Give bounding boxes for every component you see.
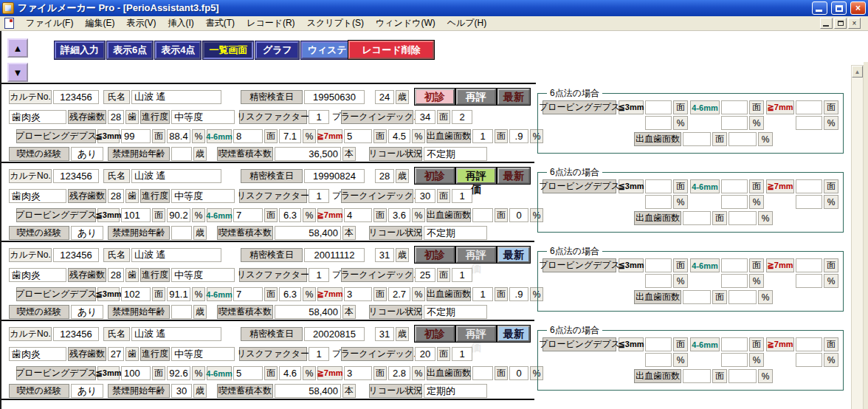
bleed-count-field[interactable]: 1 <box>472 129 493 143</box>
menu-item[interactable]: 挿入(I) <box>162 16 199 31</box>
quit-age-field[interactable] <box>171 147 192 161</box>
plaque-faces-field[interactable]: 1 <box>452 189 472 203</box>
sp-ge7-count-field[interactable] <box>796 258 822 272</box>
karte-no-field[interactable]: 123456 <box>53 90 99 104</box>
pd-le3-count-field[interactable]: 99 <box>121 129 151 143</box>
bleed-pct-field[interactable]: 0 <box>509 366 528 380</box>
maximize-button[interactable] <box>831 1 847 15</box>
toolbar-nav-button[interactable]: 詳細入力 <box>55 41 105 59</box>
karte-no-field[interactable]: 123456 <box>53 248 99 262</box>
name-field[interactable]: 山波 遙 <box>131 327 221 341</box>
toolbar-nav-button[interactable]: 表示6点 <box>107 41 153 59</box>
sp-le3-count-field[interactable] <box>645 337 672 351</box>
pd-ge7-pct-field[interactable]: 2.7 <box>388 287 410 301</box>
pd-le3-pct-field[interactable]: 91.1 <box>167 287 190 301</box>
exam-date-field[interactable]: 19950630 <box>304 90 365 104</box>
plaque-count-field[interactable]: 20 <box>415 347 435 361</box>
pd-mid-pct-field[interactable]: 6.3 <box>279 287 301 301</box>
cumulative-field[interactable]: 58,400 <box>275 384 341 398</box>
pd-le3-pct-field[interactable]: 90.2 <box>167 208 190 222</box>
sp-le3-count-field[interactable] <box>645 100 672 114</box>
recall-field[interactable]: 定期的 <box>424 384 487 398</box>
smoking-field[interactable]: あり <box>71 147 103 161</box>
age-field[interactable]: 31 <box>375 248 394 262</box>
menu-item[interactable]: スクリプト(S) <box>301 16 370 31</box>
reevaluation-button[interactable]: 再評価 <box>456 168 496 184</box>
menu-item[interactable]: 書式(T) <box>200 16 241 31</box>
recall-field[interactable]: 不定期 <box>424 305 487 319</box>
mdi-minimize-button[interactable] <box>820 18 833 29</box>
reevaluation-button[interactable]: 再評価 <box>456 89 496 105</box>
sp-mid-count-field[interactable] <box>721 100 748 114</box>
remaining-teeth-field[interactable]: 28 <box>108 189 124 203</box>
progression-field[interactable]: 中等度 <box>171 268 235 282</box>
pd-le3-count-field[interactable]: 102 <box>121 287 151 301</box>
sp-bleed-count-field[interactable] <box>683 290 711 304</box>
quit-age-field[interactable] <box>171 226 192 240</box>
reevaluation-button[interactable]: 再評価 <box>456 326 496 342</box>
bleed-pct-field[interactable]: .9 <box>509 129 528 143</box>
minimize-button[interactable] <box>812 1 827 15</box>
pd-mid-pct-field[interactable]: 6.3 <box>279 208 301 222</box>
close-button[interactable]: × <box>850 1 866 15</box>
sp-mid-count-field[interactable] <box>721 337 748 351</box>
risk-factor-field[interactable]: 1 <box>309 268 329 282</box>
sp-le3-count-field[interactable] <box>645 179 672 193</box>
first-visit-button[interactable]: 初診 <box>415 168 455 184</box>
pd-le3-pct-field[interactable]: 88.4 <box>167 129 190 143</box>
cumulative-field[interactable]: 36,500 <box>275 147 341 161</box>
plaque-faces-field[interactable]: 2 <box>452 110 472 124</box>
reevaluation-button[interactable]: 再評価 <box>456 247 496 263</box>
sp-mid-pct-field[interactable] <box>721 353 748 367</box>
sp-bleed-pct-field[interactable] <box>728 132 757 146</box>
cumulative-field[interactable]: 58,400 <box>275 305 341 319</box>
menu-item[interactable]: レコード(R) <box>241 16 301 31</box>
pd-mid-count-field[interactable]: 8 <box>233 129 263 143</box>
pd-ge7-count-field[interactable]: 5 <box>344 129 372 143</box>
smoking-field[interactable]: あり <box>71 384 103 398</box>
plaque-count-field[interactable]: 25 <box>415 268 435 282</box>
sp-le3-pct-field[interactable] <box>645 353 672 367</box>
remaining-teeth-field[interactable]: 28 <box>108 268 124 282</box>
bleed-count-field[interactable]: 1 <box>472 287 493 301</box>
pd-ge7-pct-field[interactable]: 4.5 <box>388 129 410 143</box>
sp-bleed-count-field[interactable] <box>683 132 711 146</box>
plaque-count-field[interactable]: 34 <box>415 110 435 124</box>
scroll-up-button[interactable]: ▲ <box>852 66 863 78</box>
remaining-teeth-field[interactable]: 27 <box>108 347 124 361</box>
sp-ge7-count-field[interactable] <box>796 179 822 193</box>
sp-bleed-count-field[interactable] <box>683 369 711 383</box>
name-field[interactable]: 山波 遙 <box>131 169 221 183</box>
pd-ge7-count-field[interactable]: 4 <box>344 208 372 222</box>
progression-field[interactable]: 中等度 <box>171 110 235 124</box>
document-icon[interactable] <box>4 18 14 29</box>
pd-ge7-count-field[interactable]: 3 <box>344 287 372 301</box>
pd-ge7-count-field[interactable]: 3 <box>344 366 372 380</box>
pd-mid-pct-field[interactable]: 7.1 <box>279 129 301 143</box>
pd-le3-count-field[interactable]: 100 <box>121 366 151 380</box>
first-visit-button[interactable]: 初診 <box>415 326 455 342</box>
sp-bleed-pct-field[interactable] <box>728 369 757 383</box>
smoking-field[interactable]: あり <box>71 305 103 319</box>
plaque-count-field[interactable]: 30 <box>415 189 435 203</box>
mdi-restore-button[interactable] <box>834 18 847 29</box>
sp-ge7-pct-field[interactable] <box>796 116 822 130</box>
pd-mid-count-field[interactable]: 7 <box>233 208 263 222</box>
recall-field[interactable]: 不定期 <box>424 226 487 240</box>
mdi-close-button[interactable]: × <box>848 18 861 29</box>
pd-le3-count-field[interactable]: 101 <box>121 208 151 222</box>
pd-mid-count-field[interactable]: 5 <box>233 366 263 380</box>
diagnosis-field[interactable]: 歯肉炎 <box>9 110 66 124</box>
sp-mid-pct-field[interactable] <box>721 274 748 288</box>
risk-factor-field[interactable]: 1 <box>309 347 329 361</box>
latest-button[interactable]: 最新 <box>497 247 530 263</box>
sp-ge7-count-field[interactable] <box>796 100 822 114</box>
bleed-pct-field[interactable]: .9 <box>509 287 528 301</box>
exam-date-field[interactable]: 20011112 <box>304 248 365 262</box>
quit-age-field[interactable]: 30 <box>171 384 192 398</box>
sp-ge7-pct-field[interactable] <box>796 353 822 367</box>
bleed-pct-field[interactable]: 0 <box>509 208 528 222</box>
toolbar-nav-button[interactable]: 表示4点 <box>155 41 201 59</box>
latest-button[interactable]: 最新 <box>497 89 530 105</box>
diagnosis-field[interactable]: 歯肉炎 <box>9 347 66 361</box>
